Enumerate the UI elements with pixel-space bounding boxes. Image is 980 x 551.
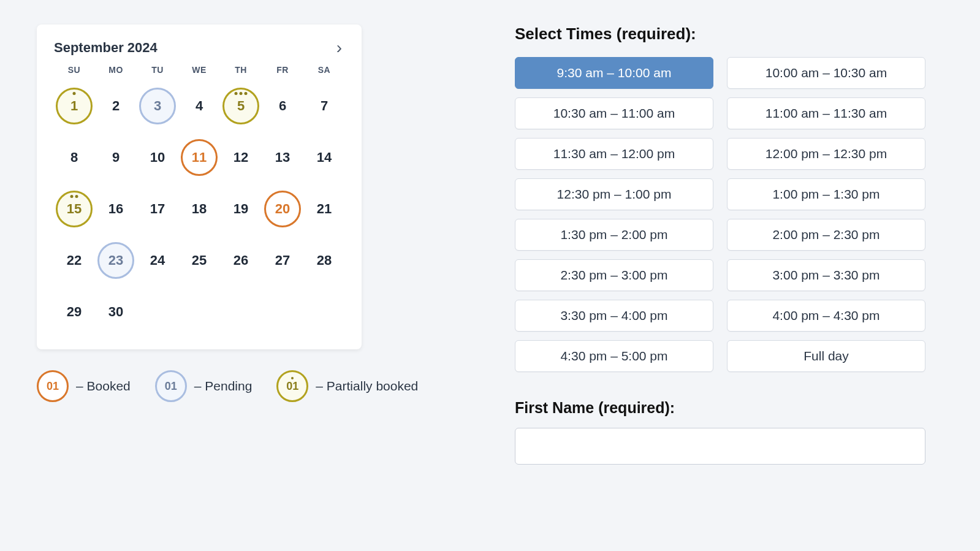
day-number: 26 <box>234 253 248 268</box>
day-number: 1 <box>70 98 78 114</box>
calendar-day-19[interactable]: 19 <box>221 189 261 229</box>
time-slot[interactable]: 12:00 pm – 12:30 pm <box>727 138 925 170</box>
calendar-day-8[interactable]: 8 <box>54 137 94 178</box>
day-number: 4 <box>196 98 203 114</box>
calendar-day-18[interactable]: 18 <box>179 189 219 229</box>
weekday-header: FR <box>262 65 303 75</box>
time-slot[interactable]: 1:30 pm – 2:00 pm <box>515 219 713 251</box>
calendar-day-1[interactable]: 1 <box>54 86 94 126</box>
time-slot[interactable]: 12:30 pm – 1:00 pm <box>515 178 713 210</box>
first-name-label: First Name (required): <box>515 399 925 417</box>
day-number: 9 <box>112 150 120 165</box>
legend-pending: 01 – Pending <box>155 370 253 402</box>
day-number: 30 <box>108 304 123 320</box>
calendar-day-12[interactable]: 12 <box>221 137 261 178</box>
time-slot[interactable]: 9:30 am – 10:00 am <box>515 57 713 89</box>
day-number: 21 <box>317 201 332 217</box>
calendar-day-15[interactable]: 15 <box>54 189 94 229</box>
calendar: September 2024 › SUMOTUWETHFRSA123456789… <box>37 25 362 349</box>
partial-dots-icon <box>70 195 78 198</box>
day-number: 27 <box>275 253 290 268</box>
calendar-day-29[interactable]: 29 <box>54 292 94 332</box>
select-times-heading: Select Times (required): <box>515 25 925 44</box>
calendar-day-26[interactable]: 26 <box>221 240 261 281</box>
legend-badge-pending: 01 <box>155 370 187 402</box>
weekday-header: WE <box>179 65 219 75</box>
calendar-day-24[interactable]: 24 <box>137 240 178 281</box>
calendar-day-2[interactable]: 2 <box>96 86 136 126</box>
time-slot[interactable]: 10:00 am – 10:30 am <box>727 57 925 89</box>
time-slot[interactable]: 2:30 pm – 3:00 pm <box>515 259 713 291</box>
calendar-day-21[interactable]: 21 <box>304 189 344 229</box>
legend-pending-label: – Pending <box>194 379 253 393</box>
calendar-day-10[interactable]: 10 <box>137 137 178 178</box>
day-number: 18 <box>192 201 207 217</box>
legend-partial-label: – Partially booked <box>316 379 418 393</box>
calendar-day-30[interactable]: 30 <box>96 292 136 332</box>
day-number: 13 <box>275 150 290 165</box>
day-number: 3 <box>154 98 161 114</box>
day-number: 20 <box>275 201 290 217</box>
calendar-day-17[interactable]: 17 <box>137 189 178 229</box>
time-slot-grid: 9:30 am – 10:00 am10:00 am – 10:30 am10:… <box>515 57 925 372</box>
day-number: 25 <box>192 253 207 268</box>
calendar-day-11[interactable]: 11 <box>179 137 219 178</box>
calendar-day-13[interactable]: 13 <box>262 137 303 178</box>
calendar-day-5[interactable]: 5 <box>221 86 261 126</box>
weekday-header: SU <box>54 65 94 75</box>
legend-partial: 01 – Partially booked <box>276 370 418 402</box>
time-slot[interactable]: 1:00 pm – 1:30 pm <box>727 178 925 210</box>
day-number: 2 <box>112 98 120 114</box>
weekday-header: SA <box>304 65 344 75</box>
day-number: 16 <box>108 201 123 217</box>
weekday-header: MO <box>96 65 136 75</box>
weekday-header: TU <box>137 65 178 75</box>
time-slot[interactable]: 3:00 pm – 3:30 pm <box>727 259 925 291</box>
calendar-day-28[interactable]: 28 <box>304 240 344 281</box>
calendar-day-20[interactable]: 20 <box>262 189 303 229</box>
day-number: 5 <box>237 98 245 114</box>
time-slot[interactable]: 11:00 am – 11:30 am <box>727 97 925 129</box>
time-slot[interactable]: 4:30 pm – 5:00 pm <box>515 340 713 372</box>
calendar-day-14[interactable]: 14 <box>304 137 344 178</box>
calendar-day-27[interactable]: 27 <box>262 240 303 281</box>
day-number: 7 <box>321 98 328 114</box>
legend-badge-booked: 01 <box>37 370 69 402</box>
day-number: 10 <box>150 150 165 165</box>
calendar-day-7[interactable]: 7 <box>304 86 344 126</box>
calendar-day-3[interactable]: 3 <box>137 86 178 126</box>
day-number: 17 <box>150 201 165 217</box>
day-number: 24 <box>150 253 165 268</box>
day-number: 28 <box>317 253 332 268</box>
calendar-next-button[interactable]: › <box>334 39 344 56</box>
calendar-day-22[interactable]: 22 <box>54 240 94 281</box>
day-number: 23 <box>108 253 123 268</box>
first-name-input[interactable] <box>515 428 925 465</box>
partial-dots-icon <box>73 92 76 95</box>
time-slot[interactable]: Full day <box>727 340 925 372</box>
time-slot[interactable]: 10:30 am – 11:00 am <box>515 97 713 129</box>
time-slot[interactable]: 11:30 am – 12:00 pm <box>515 138 713 170</box>
calendar-day-25[interactable]: 25 <box>179 240 219 281</box>
day-number: 29 <box>67 304 82 320</box>
calendar-legend: 01 – Booked 01 – Pending 01 – Partially … <box>37 370 429 402</box>
day-number: 12 <box>234 150 248 165</box>
calendar-day-16[interactable]: 16 <box>96 189 136 229</box>
day-number: 11 <box>192 150 207 165</box>
calendar-day-9[interactable]: 9 <box>96 137 136 178</box>
partial-dots-icon <box>235 92 248 95</box>
calendar-day-6[interactable]: 6 <box>262 86 303 126</box>
weekday-header: TH <box>221 65 261 75</box>
time-slot[interactable]: 3:30 pm – 4:00 pm <box>515 300 713 332</box>
calendar-title: September 2024 <box>54 40 158 56</box>
legend-booked: 01 – Booked <box>37 370 131 402</box>
legend-booked-label: – Booked <box>76 379 131 393</box>
calendar-day-23[interactable]: 23 <box>96 240 136 281</box>
calendar-day-4[interactable]: 4 <box>179 86 219 126</box>
legend-badge-partial: 01 <box>276 370 308 402</box>
day-number: 15 <box>67 201 82 217</box>
time-slot[interactable]: 4:00 pm – 4:30 pm <box>727 300 925 332</box>
time-slot[interactable]: 2:00 pm – 2:30 pm <box>727 219 925 251</box>
day-number: 14 <box>317 150 332 165</box>
day-number: 22 <box>67 253 82 268</box>
